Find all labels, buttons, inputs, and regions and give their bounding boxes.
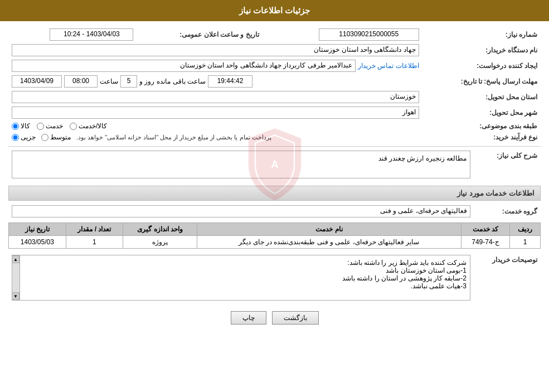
row-code: ج-74-749 xyxy=(461,236,510,249)
purchase-partial-radio[interactable] xyxy=(12,134,19,141)
deadline-label: مهلت ارسال پاسخ: تا تاریخ: xyxy=(422,74,541,89)
category-goods-service-option[interactable]: کالا/خدمت xyxy=(70,122,107,130)
announcement-date-label: تاریخ و ساعت اعلان عمومی: xyxy=(137,27,270,42)
page-container: جزئیات اطلاعات نیاز شماره نیاز: 11030902… xyxy=(0,0,549,392)
col-header-code: کد خدمت xyxy=(461,223,510,236)
row-unit: پروژه xyxy=(123,236,197,249)
remaining-label: ساعت باقی مانده xyxy=(157,78,206,85)
province-label: استان محل تحویل: xyxy=(422,89,541,105)
need-number-label: شماره نیاز: xyxy=(422,27,541,42)
announcement-date-input: 1403/04/03 - 10:24 xyxy=(50,28,133,41)
comments-wrapper: ▲ ▼ شرکت کننده باید شرایط زیر را داشته ب… xyxy=(12,255,470,301)
service-group-label: گروه خدمت: xyxy=(474,204,541,219)
announcement-date-value: 1403/04/03 - 10:24 xyxy=(8,27,137,42)
need-number-input: 1103090215000055 xyxy=(319,28,419,41)
comments-text: شرکت کننده باید شرایط زیر را داشته باشد:… xyxy=(342,259,467,290)
row-date: 1403/05/03 xyxy=(9,236,66,249)
creator-input: عبدالامیر طرفی کاربرداز جهاد دانشگاهی وا… xyxy=(12,60,356,72)
date-input: 1403/04/09 xyxy=(12,75,62,88)
category-service-option[interactable]: خدمت xyxy=(37,122,63,130)
comments-label: توصیحات خریدار xyxy=(474,253,541,302)
category-goods-label: کالا xyxy=(21,122,30,130)
col-header-date: تاریخ نیاز xyxy=(9,223,66,236)
category-goods-service-radio[interactable] xyxy=(70,123,77,130)
action-buttons-area: بازگشت چاپ xyxy=(8,306,541,330)
content-area: شماره نیاز: 1103090215000055 تاریخ و ساع… xyxy=(0,21,549,336)
page-title: جزئیات اطلاعات نیاز xyxy=(0,0,549,21)
days-input: 5 xyxy=(120,75,137,88)
purchase-partial-label: جزیی xyxy=(21,133,36,141)
category-service-label: خدمت xyxy=(46,122,63,130)
back-button[interactable]: بازگشت xyxy=(272,311,319,325)
comments-label-text: توصیحات خریدار xyxy=(492,256,537,264)
row-number: 1 xyxy=(510,236,541,249)
buyer-org-input: جهاد دانشگاهی واحد استان خوزستان xyxy=(12,44,419,56)
creator-value: اطلاعات تماس خریدار عبدالامیر طرفی کاربر… xyxy=(8,58,422,74)
category-label: طبقه بندی موضوعی: xyxy=(422,120,541,132)
comments-table: توصیحات خریدار ▲ ▼ شرکت کننده باید شرایط… xyxy=(8,253,541,302)
category-service-radio[interactable] xyxy=(37,123,44,130)
scroll-arrows: ▲ ▼ xyxy=(12,255,20,300)
days-separator: روز و xyxy=(139,78,154,85)
purchase-medium-label: متوسط xyxy=(50,133,71,141)
col-header-unit: واحد اندازه گیری xyxy=(123,223,197,236)
time-input: 08:00 xyxy=(64,75,98,88)
description-label-text: شرح کلی نیاز: xyxy=(497,152,537,159)
city-value: اهواز xyxy=(8,105,422,120)
purchase-medium-radio[interactable] xyxy=(41,134,48,141)
deadline-row: 19:44:42 ساعت باقی مانده روز و 5 ساعت 08… xyxy=(8,74,422,89)
watermark-logo: A xyxy=(241,125,308,204)
col-header-qty: تعداد / مقدار xyxy=(66,223,123,236)
svg-text:A: A xyxy=(271,158,278,170)
scroll-down-arrow[interactable]: ▼ xyxy=(12,292,20,300)
purchase-type-value: پرداخت تمام یا بخشی از مبلغ خریدار از مح… xyxy=(8,132,422,143)
category-goods-service-label: کالا/خدمت xyxy=(79,122,107,130)
contact-link[interactable]: اطلاعات تماس خریدار xyxy=(358,62,419,70)
comments-content: ▲ ▼ شرکت کننده باید شرایط زیر را داشته ب… xyxy=(8,253,474,302)
services-table: ردیف کد خدمت نام خدمت واحد اندازه گیری ت… xyxy=(8,222,541,249)
buyer-org-value: جهاد دانشگاهی واحد استان خوزستان xyxy=(8,42,422,58)
service-group-value: فعالیتهای حرفه‌ای، علمی و فنی xyxy=(8,204,474,219)
time-label: ساعت xyxy=(100,78,118,85)
col-header-row: ردیف xyxy=(510,223,541,236)
purchase-type-label: نوع فرآیند خرید: xyxy=(422,132,541,143)
province-value: خوزستان xyxy=(8,89,422,105)
remaining-time-value: 19:44:42 xyxy=(208,75,252,88)
buyer-org-label: نام دستگاه خریدار: xyxy=(422,42,541,58)
creator-label: ایجاد کننده درخواست: xyxy=(422,58,541,74)
description-section: A شرح کلی نیاز: مطالعه زنجیره ارزش چغندر… xyxy=(8,149,541,180)
province-input: خوزستان xyxy=(12,91,419,103)
comments-textarea[interactable]: شرکت کننده باید شرایط زیر را داشته باشد:… xyxy=(20,255,470,300)
row-qty: 1 xyxy=(66,236,123,249)
need-number-value: 1103090215000055 xyxy=(270,27,422,42)
city-label: شهر محل تحویل: xyxy=(422,105,541,120)
row-name: سایر فعالیتهای حرفه‌ای، علمی و فنی طبقه‌… xyxy=(197,236,461,249)
category-goods-radio[interactable] xyxy=(12,123,19,130)
scroll-up-arrow[interactable]: ▲ xyxy=(12,255,20,263)
service-group-input: فعالیتهای حرفه‌ای، علمی و فنی xyxy=(12,205,470,217)
description-section-label: شرح کلی نیاز: xyxy=(474,149,541,180)
purchase-partial-option[interactable]: جزیی xyxy=(12,133,36,141)
col-header-name: نام خدمت xyxy=(197,223,461,236)
purchase-medium-option[interactable]: متوسط xyxy=(41,133,71,141)
category-goods-option[interactable]: کالا xyxy=(12,122,30,130)
remaining-time-input: 19:44:42 xyxy=(208,75,252,88)
print-button[interactable]: چاپ xyxy=(231,311,266,325)
city-input: اهواز xyxy=(12,107,419,119)
table-row: 1 ج-74-749 سایر فعالیتهای حرفه‌ای، علمی … xyxy=(9,236,541,249)
category-value: کالا/خدمت خدمت کالا xyxy=(8,120,422,132)
service-group-table: گروه خدمت: فعالیتهای حرفه‌ای، علمی و فنی xyxy=(8,204,541,219)
